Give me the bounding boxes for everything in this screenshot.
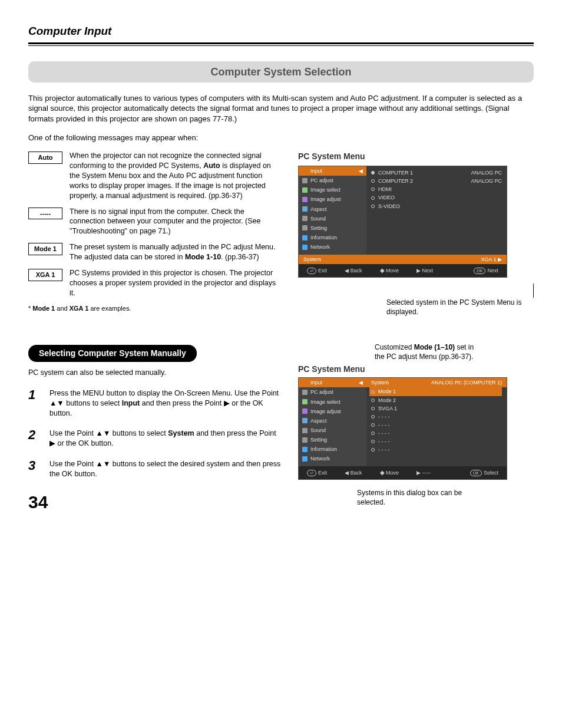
left-column-2: Selecting Computer System Manually PC sy… xyxy=(28,321,282,507)
step-3-text: Use the Point ▲▼ buttons to select the d… xyxy=(49,459,282,479)
step-3-num: 3 xyxy=(28,459,41,472)
msg-xga1: PC Systems provided in this projector is… xyxy=(70,268,282,298)
osd2-caption-top: Customized Mode (1–10) set in the PC adj… xyxy=(375,342,475,361)
section-title-bar: Computer System Selection xyxy=(28,61,534,83)
manual-intro: PC system can also be selected manually. xyxy=(28,368,282,378)
rule-thick xyxy=(28,42,534,44)
tag-dashes: ----- xyxy=(28,207,62,220)
tag-xga1: XGA 1 xyxy=(28,269,62,281)
step-1-text: Press the MENU button to display the On-… xyxy=(49,388,282,419)
msg-dash: There is no signal input from the comput… xyxy=(70,207,282,237)
msg-mode1: The preset system is manually adjusted i… xyxy=(70,242,282,262)
step-2-num: 2 xyxy=(28,429,41,442)
manual-selection-heading: Selecting Computer System Manually xyxy=(28,345,197,362)
left-column: Auto When the projector can not recogniz… xyxy=(28,151,282,317)
pc-system-menu-heading-2: PC System Menu xyxy=(298,364,365,375)
tag-auto: Auto xyxy=(28,151,62,164)
footnote: * Mode 1 and XGA 1 are examples. xyxy=(28,304,282,313)
right-column-1: PC System Menu Input◀ PC adjust Image se… xyxy=(298,151,534,317)
intro-paragraph: This projector automatically tunes to va… xyxy=(28,93,534,124)
pc-system-menu-heading-1: PC System Menu xyxy=(298,151,534,162)
osd2-caption-bottom: Systems in this dialog box can be select… xyxy=(357,488,463,507)
rule-thin xyxy=(28,45,534,46)
osd1-caption: Selected system in the PC System Menu is… xyxy=(386,298,534,317)
msg-auto: When the projector can not recognize the… xyxy=(70,151,282,200)
step-1-num: 1 xyxy=(28,388,41,401)
page-header: Computer Input xyxy=(28,24,534,39)
page-number: 34 xyxy=(28,490,48,515)
message-intro: One of the following messages may appear… xyxy=(28,133,534,143)
osd-screenshot-1: Input◀ PC adjust Image select Image adju… xyxy=(298,166,507,278)
right-column-2: Customized Mode (1–10) set in the PC adj… xyxy=(298,321,534,507)
step-2-text: Use the Point ▲▼ buttons to select Syste… xyxy=(49,429,282,449)
osd-screenshot-2: Input◀ PC adjust Image select Image adju… xyxy=(298,377,507,480)
tag-mode1: Mode 1 xyxy=(28,243,62,255)
